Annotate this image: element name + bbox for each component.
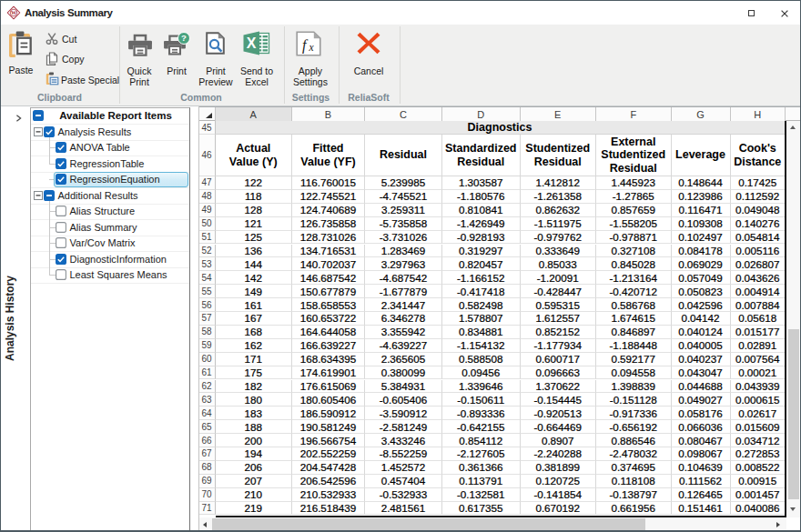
svg-text:?: ? [181,33,187,43]
svg-text:X: X [247,35,257,51]
svg-text:x: x [309,42,315,53]
svg-text:W: W [11,9,17,15]
